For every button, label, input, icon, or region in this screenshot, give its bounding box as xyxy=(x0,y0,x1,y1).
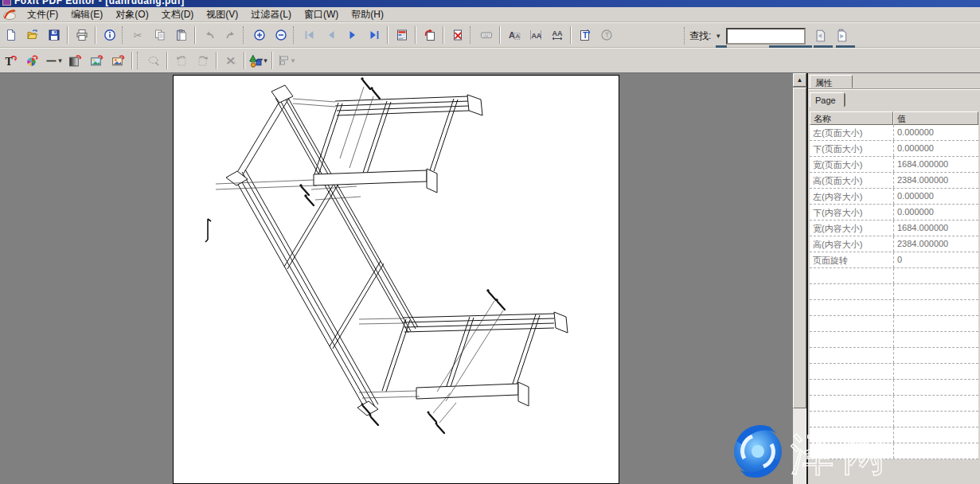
property-value xyxy=(893,268,978,283)
delete-page-button[interactable] xyxy=(447,25,467,45)
property-row[interactable] xyxy=(810,443,978,459)
insert-shape-caret[interactable]: ▾ xyxy=(264,57,267,64)
menu-filter[interactable]: 过滤器(L) xyxy=(244,7,298,22)
scrollbar-thumb[interactable] xyxy=(793,88,806,408)
rotate-left-icon xyxy=(175,54,188,67)
property-row[interactable]: 下(内容大小)0.000000 xyxy=(810,205,978,221)
property-value: 0.000000 xyxy=(893,125,978,140)
property-row[interactable]: 左(内容大小)0.000000 xyxy=(810,189,978,205)
color-wheel-icon xyxy=(25,54,39,68)
align-objects-button[interactable]: ▾ xyxy=(276,51,296,71)
property-row[interactable] xyxy=(810,427,978,443)
vertical-scrollbar[interactable]: ▲ xyxy=(793,73,806,484)
add-text-icon: T xyxy=(579,29,592,41)
title-bar: Foxit PDF Editor - [danrudang.pdf] xyxy=(0,0,980,7)
edit-color-button[interactable] xyxy=(22,51,42,71)
print-button[interactable] xyxy=(72,25,92,45)
cut-button[interactable]: ✂ xyxy=(128,25,148,45)
menu-document[interactable]: 文档(D) xyxy=(155,7,201,22)
open-file-button[interactable] xyxy=(22,25,42,45)
previous-page-button[interactable] xyxy=(321,25,341,45)
property-row[interactable] xyxy=(810,380,978,396)
font-size-button[interactable]: AA xyxy=(504,25,524,45)
find-next-button[interactable] xyxy=(831,26,851,46)
align-caret[interactable]: ▾ xyxy=(291,57,295,64)
save-button[interactable] xyxy=(44,25,64,45)
property-row[interactable]: 宽(页面大小)1684.000000 xyxy=(810,157,978,173)
property-row[interactable]: 高(内容大小)2384.000000 xyxy=(810,236,978,252)
delete-object-button[interactable] xyxy=(221,51,240,71)
tab-page[interactable]: Page xyxy=(810,92,845,107)
add-text-button[interactable]: T xyxy=(575,25,595,45)
property-row[interactable] xyxy=(810,300,978,316)
property-row[interactable]: 高(页面大小)2384.000000 xyxy=(810,173,978,189)
edit-text-button[interactable]: T xyxy=(1,51,21,71)
menu-edit[interactable]: 编辑(E) xyxy=(64,7,109,22)
property-row[interactable] xyxy=(810,364,978,380)
replace-image-button[interactable] xyxy=(108,51,128,71)
property-value: 0.000000 xyxy=(893,141,978,156)
find-previous-button[interactable] xyxy=(810,26,830,46)
open-folder-icon xyxy=(26,29,39,41)
last-page-button[interactable] xyxy=(364,25,384,45)
text-mode-button[interactable]: T xyxy=(596,25,616,45)
paste-button[interactable] xyxy=(171,25,191,45)
find-input[interactable] xyxy=(726,28,806,45)
pdf-page[interactable] xyxy=(173,75,619,484)
text-circle-icon: T xyxy=(600,29,613,41)
menu-object[interactable]: 对象(O) xyxy=(109,7,154,22)
property-row[interactable]: 页面旋转0 xyxy=(810,252,978,268)
menu-view[interactable]: 视图(V) xyxy=(200,7,244,22)
insert-shape-button[interactable]: ▾ xyxy=(248,51,268,71)
document-info-button[interactable] xyxy=(100,25,119,45)
column-name-header[interactable]: 名称 xyxy=(810,111,893,125)
property-row[interactable] xyxy=(810,284,978,300)
property-row[interactable] xyxy=(810,316,978,332)
keyboard-icon xyxy=(480,29,493,41)
property-value xyxy=(893,300,978,315)
property-name: 左(页面大小) xyxy=(810,125,893,140)
page-layout-button[interactable] xyxy=(392,25,412,45)
menu-help[interactable]: 帮助(H) xyxy=(345,7,390,22)
rotate-object-left-button[interactable] xyxy=(171,51,191,71)
find-dropdown-caret[interactable]: ▾ xyxy=(713,32,723,40)
menu-window[interactable]: 窗口(W) xyxy=(298,7,345,22)
next-page-button[interactable] xyxy=(342,25,362,45)
new-file-button[interactable] xyxy=(1,25,21,45)
zoom-in-icon xyxy=(253,29,266,41)
line-style-caret[interactable]: ▾ xyxy=(58,57,62,64)
edit-image-icon xyxy=(90,54,103,68)
scroll-up-button[interactable]: ▲ xyxy=(793,73,806,87)
document-canvas[interactable] xyxy=(0,73,793,484)
column-value-header[interactable]: 值 xyxy=(893,111,978,125)
property-row[interactable] xyxy=(810,332,978,348)
menu-file[interactable]: 文件(F) xyxy=(21,7,64,22)
zoom-in-button[interactable] xyxy=(249,25,269,45)
workspace: ▲ 属性 Page 名称 值 左(页面大小)0.000000下(页面大小)0.0… xyxy=(0,73,980,484)
property-row[interactable] xyxy=(810,348,978,364)
property-row[interactable] xyxy=(810,268,978,284)
scissors-icon: ✂ xyxy=(132,29,145,41)
first-page-button[interactable] xyxy=(299,25,319,45)
tab-properties[interactable]: 属性 xyxy=(810,75,853,88)
font-width-button[interactable]: AA xyxy=(547,25,567,45)
font-spacing-button[interactable]: AA xyxy=(525,25,545,45)
edit-image-button[interactable] xyxy=(87,51,107,71)
undo-button[interactable] xyxy=(199,25,219,45)
line-style-button[interactable]: ▾ xyxy=(44,51,64,71)
property-row[interactable]: 宽(内容大小)1684.000000 xyxy=(810,221,978,236)
new-file-icon xyxy=(5,29,18,41)
edit-shading-button[interactable] xyxy=(65,51,85,71)
scrollbar-track[interactable] xyxy=(793,408,806,484)
deselect-button[interactable] xyxy=(143,51,163,71)
rotate-page-button[interactable] xyxy=(420,25,439,45)
copy-button[interactable] xyxy=(150,25,170,45)
zoom-out-button[interactable] xyxy=(271,25,291,45)
redo-button[interactable] xyxy=(221,25,240,45)
property-row[interactable]: 下(页面大小)0.000000 xyxy=(810,141,978,157)
property-row[interactable]: 左(页面大小)0.000000 xyxy=(810,125,978,141)
property-row[interactable] xyxy=(810,396,978,412)
property-row[interactable] xyxy=(810,412,978,427)
rotate-object-right-button[interactable] xyxy=(193,51,213,71)
virtual-keyboard-button[interactable] xyxy=(476,25,496,45)
